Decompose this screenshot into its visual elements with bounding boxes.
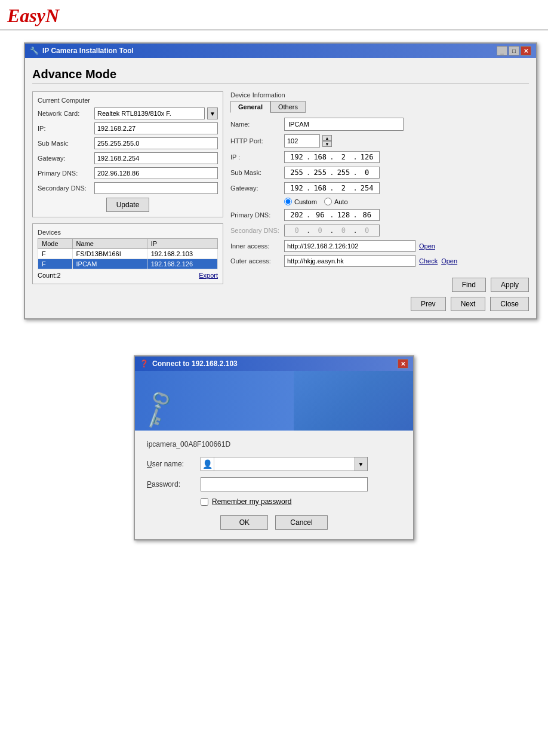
pdns-seg1: 202 bbox=[288, 211, 305, 219]
device-name: FS/D13BM166I bbox=[72, 249, 147, 259]
device-name: IPCAM bbox=[72, 259, 147, 269]
device-primary-dns-segments[interactable]: 202 . 96 . 128 . 86 bbox=[284, 209, 380, 221]
remember-row: Remember my password bbox=[201, 497, 401, 506]
table-row[interactable]: F FS/D13BM166I 192.168.2.103 bbox=[38, 249, 218, 259]
submask-seg3: 255 bbox=[335, 168, 352, 177]
device-info-label: Device Information bbox=[230, 91, 529, 99]
outer-open-link[interactable]: Open bbox=[441, 257, 457, 265]
device-gateway-label: Gateway: bbox=[230, 185, 284, 192]
connect-body: ipcamera_00A8F100661D User name: 👤 ▼ Pas… bbox=[135, 431, 413, 539]
minimize-button[interactable]: _ bbox=[497, 46, 507, 56]
username-label: User name: bbox=[147, 460, 201, 468]
sdns-seg2: 0 bbox=[312, 226, 328, 235]
network-card-input[interactable] bbox=[94, 107, 205, 119]
network-card-label: Network Card: bbox=[38, 110, 94, 117]
custom-radio[interactable] bbox=[284, 198, 292, 205]
camera-icon: 🔧 bbox=[30, 47, 39, 55]
device-name-input[interactable] bbox=[284, 118, 404, 131]
custom-label: Custom bbox=[294, 198, 317, 205]
password-input[interactable] bbox=[201, 477, 368, 491]
sub-mask-input[interactable] bbox=[94, 137, 218, 149]
username-wrapper: 👤 ▼ bbox=[201, 457, 368, 471]
secondary-dns-input[interactable] bbox=[94, 182, 218, 194]
outer-access-row: Outer access: Check Open bbox=[230, 255, 529, 267]
col-name: Name bbox=[72, 239, 147, 249]
right-panel: Device Information General Others Name: … bbox=[230, 91, 529, 311]
http-port-input[interactable] bbox=[284, 134, 320, 147]
tab-others[interactable]: Others bbox=[270, 101, 306, 113]
primary-dns-input[interactable] bbox=[94, 167, 218, 179]
password-row: Password: bbox=[147, 477, 401, 491]
ip-input[interactable] bbox=[94, 122, 218, 134]
ip-camera-window: 🔧 IP Camera Installation Tool _ □ ✕ Adva… bbox=[24, 42, 537, 319]
username-dropdown[interactable]: ▼ bbox=[354, 457, 367, 471]
next-button[interactable]: Next bbox=[451, 297, 486, 311]
device-gateway-segments[interactable]: 192 . 168 . 2 . 254 bbox=[284, 182, 380, 194]
custom-auto-row: Custom Auto bbox=[284, 198, 529, 205]
table-row[interactable]: F IPCAM 192.168.2.126 bbox=[38, 259, 218, 269]
cancel-button[interactable]: Cancel bbox=[275, 515, 327, 530]
connect-site-id: ipcamera_00A8F100661D bbox=[147, 440, 401, 448]
window-body: Advance Mode Current Computer Network Ca… bbox=[25, 58, 536, 318]
tab-general[interactable]: General bbox=[230, 101, 270, 113]
left-panel: Current Computer Network Card: ▼ IP: bbox=[32, 91, 223, 311]
gw-seg1: 192 bbox=[288, 184, 305, 192]
device-primary-dns-label: Primary DNS: bbox=[230, 211, 284, 219]
spinner-down[interactable]: ▼ bbox=[322, 141, 332, 147]
device-secondary-dns-label: Secondary DNS: bbox=[230, 227, 284, 234]
find-button[interactable]: Find bbox=[452, 278, 486, 292]
inner-open-link[interactable]: Open bbox=[419, 242, 435, 250]
network-card-field: ▼ bbox=[94, 107, 218, 119]
primary-dns-label: Primary DNS: bbox=[38, 170, 94, 177]
ip-seg1: 192 bbox=[288, 153, 305, 161]
pdns-seg4: 86 bbox=[359, 211, 375, 219]
http-port-row: HTTP Port: ▲ ▼ bbox=[230, 134, 529, 147]
device-ip: 192.168.2.103 bbox=[147, 249, 217, 259]
export-link[interactable]: Export bbox=[199, 272, 218, 279]
connect-banner: 🗝️ bbox=[135, 371, 413, 431]
devices-label: Devices bbox=[38, 229, 218, 236]
device-name-row: Name: bbox=[230, 118, 529, 131]
network-card-dropdown[interactable]: ▼ bbox=[207, 107, 218, 119]
submask-seg2: 255 bbox=[312, 168, 328, 177]
nav-buttons: Prev Next Close bbox=[230, 297, 529, 311]
tabs-row: General Others bbox=[230, 101, 529, 113]
device-submask-segments[interactable]: 255 . 255 . 255 . 0 bbox=[284, 167, 380, 179]
inner-access-input[interactable] bbox=[284, 240, 415, 252]
auto-label: Auto bbox=[334, 198, 348, 205]
gateway-input[interactable] bbox=[94, 152, 218, 164]
remember-label: Remember my password bbox=[212, 497, 291, 506]
ip-row: IP: bbox=[38, 122, 218, 134]
secondary-dns-row: Secondary DNS: bbox=[38, 182, 218, 194]
username-input[interactable] bbox=[214, 457, 354, 471]
gw-seg4: 254 bbox=[359, 184, 375, 192]
user-icon: 👤 bbox=[201, 457, 214, 471]
connect-dialog: ❓ Connect to 192.168.2.103 ✕ 🗝️ ipcamera… bbox=[134, 355, 414, 540]
spinner-up[interactable]: ▲ bbox=[322, 135, 332, 141]
device-ip-segments[interactable]: 192 . 168 . 2 . 126 bbox=[284, 151, 380, 163]
current-computer-section: Current Computer Network Card: ▼ IP: bbox=[32, 91, 223, 217]
update-button[interactable]: Update bbox=[106, 198, 150, 212]
device-mode: F bbox=[38, 259, 73, 269]
connect-close-button[interactable]: ✕ bbox=[398, 359, 408, 368]
http-port-label: HTTP Port: bbox=[230, 137, 284, 145]
maximize-button[interactable]: □ bbox=[509, 46, 519, 56]
ip-seg3: 2 bbox=[335, 153, 352, 161]
device-ip-label: IP : bbox=[230, 153, 284, 161]
close-button[interactable]: Close bbox=[490, 297, 529, 311]
apply-button[interactable]: Apply bbox=[491, 278, 529, 292]
connect-title: Connect to 192.168.2.103 bbox=[152, 359, 238, 368]
connect-title-left: ❓ Connect to 192.168.2.103 bbox=[140, 359, 238, 368]
titlebar-left: 🔧 IP Camera Installation Tool bbox=[30, 47, 134, 55]
remember-checkbox[interactable] bbox=[201, 498, 208, 506]
outer-access-input[interactable] bbox=[284, 255, 415, 267]
outer-check-link[interactable]: Check bbox=[419, 257, 438, 265]
col-ip: IP bbox=[147, 239, 217, 249]
pdns-seg3: 128 bbox=[335, 211, 352, 219]
window-close-button[interactable]: ✕ bbox=[521, 46, 531, 56]
ok-button[interactable]: OK bbox=[220, 515, 268, 530]
prev-button[interactable]: Prev bbox=[411, 297, 446, 311]
http-port-field: ▲ ▼ bbox=[284, 134, 332, 147]
auto-radio[interactable] bbox=[324, 198, 332, 205]
submask-seg4: 0 bbox=[359, 168, 375, 177]
